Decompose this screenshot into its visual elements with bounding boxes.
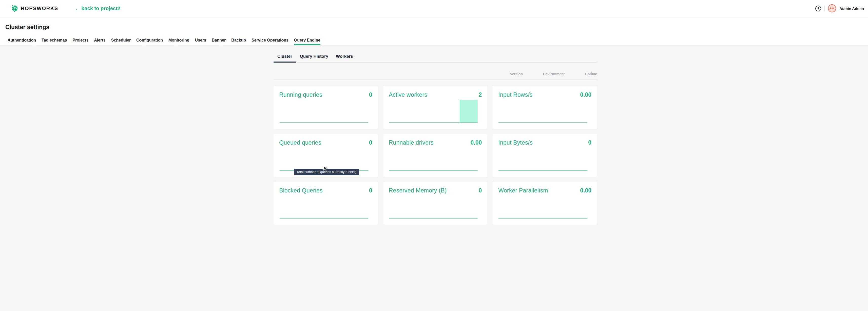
settings-tabs: AuthenticationTag schemasProjectsAlertsS… (0, 38, 868, 45)
hopsworks-logo-icon (11, 5, 18, 12)
metric-title: Queued queries (279, 139, 321, 146)
metric-card: Reserved Memory (B) 0 (383, 182, 488, 225)
metric-title: Runnable drivers (389, 139, 434, 146)
sparkline-baseline (389, 218, 478, 219)
metric-title: Running queries (279, 91, 322, 98)
metric-card-head: Queued queries 0 (279, 139, 372, 146)
metric-card-head: Blocked Queries 0 (279, 187, 372, 194)
metric-value: 0 (479, 187, 482, 194)
metric-card-head: Reserved Memory (B) 0 (389, 187, 482, 194)
settings-tab[interactable]: Service Operations (251, 38, 288, 45)
query-engine-panel: ClusterQuery HistoryWorkers VersionEnvir… (274, 45, 597, 225)
query-engine-subtabs: ClusterQuery HistoryWorkers (274, 54, 597, 63)
topbar: HOPSWORKS ← back to project2 ? AA Admin … (0, 0, 868, 17)
avatar[interactable]: AA (828, 4, 836, 12)
help-icon[interactable]: ? (815, 6, 821, 11)
sparkline-baseline (498, 170, 587, 171)
settings-tab[interactable]: Query Engine (294, 38, 320, 45)
settings-tab[interactable]: Authentication (8, 38, 36, 45)
sparkline-step-area (460, 100, 478, 122)
metric-card: Runnable drivers 0.00 (383, 134, 488, 177)
metric-card-head: Input Bytes/s 0 (498, 139, 591, 146)
settings-tab[interactable]: Projects (72, 38, 88, 45)
metric-value: 0.00 (580, 91, 591, 98)
metric-title: Reserved Memory (B) (389, 187, 447, 194)
topbar-left: HOPSWORKS ← back to project2 (11, 5, 120, 12)
subtab[interactable]: Workers (332, 54, 357, 62)
table-column-header: Uptime (585, 72, 597, 76)
sparkline-baseline (498, 122, 587, 123)
table-column-header: Version (510, 72, 523, 76)
metric-card-head: Input Rows/s 0.00 (498, 91, 591, 98)
metric-value: 2 (479, 91, 482, 98)
sparkline-baseline (498, 218, 587, 219)
metric-cards-grid: Running queries 0 Active workers 2 (274, 86, 597, 225)
metric-card-head: Worker Parallelism 0.00 (498, 187, 591, 194)
metric-title: Active workers (389, 91, 427, 98)
metric-card-head: Runnable drivers 0.00 (389, 139, 482, 146)
hopsworks-logo[interactable]: HOPSWORKS (11, 5, 58, 12)
mouse-cursor (323, 166, 329, 172)
table-column-header: Environment (543, 72, 565, 76)
metric-value: 0 (588, 139, 591, 146)
metric-card: Running queries 0 (274, 86, 378, 129)
metric-value: 0.00 (580, 187, 591, 194)
metric-title: Worker Parallelism (498, 187, 548, 194)
metric-value: 0.00 (471, 139, 482, 146)
brand-name: HOPSWORKS (21, 6, 58, 11)
metric-card-head: Active workers 2 (389, 91, 482, 98)
back-to-project-link[interactable]: ← back to project2 (75, 6, 120, 11)
sparkline-baseline (389, 170, 478, 171)
settings-tab[interactable]: Tag schemas (41, 38, 67, 45)
settings-tab[interactable]: Backup (231, 38, 246, 45)
settings-tab[interactable]: Banner (212, 38, 226, 45)
topbar-right: ? AA Admin Admin (815, 4, 864, 12)
metric-title: Input Bytes/s (498, 139, 533, 146)
metric-value: 0 (369, 139, 372, 146)
metric-title: Input Rows/s (498, 91, 532, 98)
sparkline-baseline (279, 122, 368, 123)
settings-tab[interactable]: Configuration (136, 38, 163, 45)
metric-card: Worker Parallelism 0.00 (493, 182, 597, 225)
subtab[interactable]: Query History (296, 54, 332, 62)
metric-card-head: Running queries 0 (279, 91, 372, 98)
sparkline-baseline (279, 218, 368, 219)
metric-card: Active workers 2 (383, 86, 488, 129)
metric-value: 0 (369, 187, 372, 194)
content-area: ClusterQuery HistoryWorkers VersionEnvir… (0, 45, 868, 311)
settings-tab[interactable]: Scheduler (111, 38, 131, 45)
settings-tab[interactable]: Alerts (94, 38, 105, 45)
page-title: Cluster settings (0, 17, 868, 31)
metric-title: Blocked Queries (279, 187, 323, 194)
metric-value: 0 (369, 91, 372, 98)
subtab[interactable]: Cluster (274, 54, 296, 62)
metric-card: Blocked Queries 0 (274, 182, 378, 225)
page-head: Cluster settings AuthenticationTag schem… (0, 17, 868, 45)
cluster-table-header: VersionEnvironmentUptime (274, 70, 597, 80)
metric-card: Input Bytes/s 0 (493, 134, 597, 177)
settings-tab[interactable]: Monitoring (168, 38, 189, 45)
settings-tab[interactable]: Users (195, 38, 206, 45)
metric-card: Input Rows/s 0.00 (493, 86, 597, 129)
sparkline-baseline (389, 122, 478, 123)
user-name[interactable]: Admin Admin (839, 6, 864, 11)
